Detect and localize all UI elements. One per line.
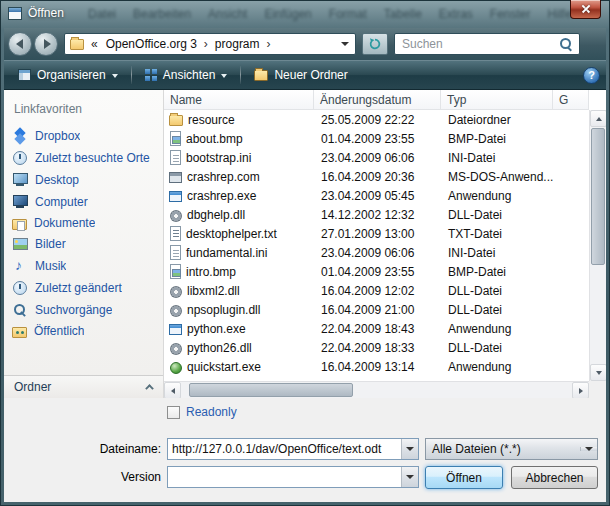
new-folder-icon	[254, 70, 268, 81]
sidebar-item[interactable]: Dokumente	[4, 213, 163, 233]
new-folder-button[interactable]: Neuer Ordner	[246, 64, 355, 86]
column-header[interactable]: Typ	[441, 90, 553, 109]
file-name: about.bmp	[186, 132, 243, 146]
file-row[interactable]: about.bmp 01.04.2009 23:55 BMP-Datei	[164, 129, 589, 148]
column-header[interactable]: Name	[164, 90, 314, 109]
sidebar-item[interactable]: Zuletzt besuchte Orte	[4, 147, 163, 169]
search-input[interactable]	[395, 34, 557, 54]
vertical-scroll-track[interactable]	[590, 127, 606, 364]
file-row[interactable]: python.exe 22.04.2009 18:43 Anwendung	[164, 319, 589, 338]
file-date: 01.04.2009 23:55	[314, 132, 441, 146]
horizontal-scroll-thumb[interactable]	[189, 383, 353, 397]
sidebar-item[interactable]: Musik	[4, 255, 163, 277]
organize-label: Organisieren	[37, 68, 106, 82]
filetype-dropdown-button[interactable]	[580, 447, 597, 451]
dialog-content: Linkfavoriten Dropbox Zuletzt besuchte O…	[4, 90, 606, 398]
breadcrumb-overflow[interactable]: «	[88, 37, 101, 51]
filetype-combobox[interactable]: Alle Dateien (*.*)	[425, 438, 598, 460]
file-type: BMP-Datei	[441, 132, 553, 146]
folder-icon	[70, 39, 84, 50]
file-name: resource	[188, 113, 235, 127]
scroll-left-button[interactable]	[164, 382, 181, 398]
sidebar-item[interactable]: Desktop	[4, 169, 163, 191]
back-button[interactable]	[8, 32, 32, 56]
breadcrumb-item[interactable]: OpenOffice.org 3	[101, 37, 202, 51]
scroll-up-button[interactable]	[590, 110, 606, 127]
breadcrumb-separator[interactable]: ›	[265, 37, 273, 51]
file-row[interactable]: quickstart.exe 16.04.2009 13:14 Anwendun…	[164, 357, 589, 376]
file-row[interactable]: crashrep.exe 23.04.2009 05:45 Anwendung	[164, 186, 589, 205]
sidebar-item[interactable]: Suchvorgänge	[4, 299, 163, 321]
file-type: Anwendung	[441, 189, 553, 203]
column-header[interactable]: Änderungsdatum	[314, 90, 441, 109]
sidebar-item[interactable]: Dropbox	[4, 125, 163, 147]
sidebar-item[interactable]: Zuletzt geändert	[4, 277, 163, 299]
file-row[interactable]: fundamental.ini 23.04.2009 06:06 INI-Dat…	[164, 243, 589, 262]
back-arrow-icon	[16, 39, 23, 49]
file-row[interactable]: resource 25.05.2009 22:22 Dateiordner	[164, 110, 589, 129]
file-row[interactable]: libxml2.dll 16.04.2009 12:02 DLL-Datei	[164, 281, 589, 300]
open-file-dialog: DateiBearbeitenAnsichtEinfügenFormatTabe…	[0, 0, 610, 506]
readonly-option[interactable]: Readonly	[167, 405, 237, 419]
readonly-checkbox[interactable]	[167, 406, 180, 419]
open-button[interactable]: Öffnen	[425, 466, 503, 489]
file-icon	[169, 324, 182, 335]
breadcrumb-items: OpenOffice.org 3›program›	[101, 37, 273, 51]
file-date: 23.04.2009 05:45	[314, 189, 441, 203]
close-button[interactable]	[570, 0, 601, 19]
forward-button[interactable]	[34, 32, 58, 56]
breadcrumb-item[interactable]: program	[210, 37, 265, 51]
breadcrumb[interactable]: « OpenOffice.org 3›program›	[64, 33, 356, 55]
horizontal-scrollbar[interactable]	[164, 381, 589, 398]
scroll-right-button[interactable]	[572, 382, 589, 398]
breadcrumb-dropdown[interactable]	[338, 42, 352, 46]
file-list-pane: NameÄnderungsdatumTypG resource 25.05.20…	[164, 90, 606, 398]
horizontal-scroll-track[interactable]	[181, 382, 572, 398]
sidebar-item[interactable]: Bilder	[4, 233, 163, 255]
sidebar-item[interactable]: Computer	[4, 191, 163, 213]
file-icon	[170, 305, 182, 317]
file-row[interactable]: dbghelp.dll 14.12.2002 12:32 DLL-Datei	[164, 205, 589, 224]
version-combobox[interactable]	[167, 466, 419, 488]
help-button[interactable]: ?	[583, 67, 600, 84]
column-header[interactable]: G	[553, 90, 589, 109]
file-name: npsoplugin.dll	[187, 303, 260, 317]
file-row[interactable]: intro.bmp 01.04.2009 23:55 BMP-Datei	[164, 262, 589, 281]
file-name-cell: python.exe	[164, 322, 314, 336]
organize-button[interactable]: Organisieren	[10, 64, 126, 86]
views-button[interactable]: Ansichten	[137, 64, 236, 86]
version-dropdown-button[interactable]	[401, 467, 418, 487]
sidebar-item-label: Dokumente	[34, 216, 95, 230]
version-input[interactable]	[168, 467, 401, 487]
file-type: DLL-Datei	[441, 208, 553, 222]
file-type: Anwendung	[441, 322, 553, 336]
folders-expander[interactable]: Ordner	[4, 375, 163, 398]
cancel-button[interactable]: Abbrechen	[511, 466, 598, 489]
filename-input[interactable]	[168, 439, 401, 459]
refresh-button[interactable]	[362, 33, 388, 55]
vertical-scrollbar[interactable]	[589, 110, 606, 381]
sidebar-item[interactable]: Öffentlich	[4, 321, 163, 341]
version-label: Version	[4, 470, 161, 484]
file-name: fundamental.ini	[186, 246, 267, 260]
chevron-up-icon	[145, 383, 153, 391]
sidebar-item-icon	[12, 150, 28, 166]
file-row[interactable]: python26.dll 22.04.2009 18:33 DLL-Datei	[164, 338, 589, 357]
file-name: desktophelper.txt	[186, 227, 277, 241]
scroll-down-button[interactable]	[590, 364, 606, 381]
file-name: intro.bmp	[186, 265, 236, 279]
file-row[interactable]: desktophelper.txt 27.01.2009 13:00 TXT-D…	[164, 224, 589, 243]
filename-dropdown-button[interactable]	[401, 439, 418, 459]
navigation-bar: « OpenOffice.org 3›program›	[4, 28, 606, 60]
vertical-scroll-thumb[interactable]	[591, 128, 605, 265]
file-row[interactable]: npsoplugin.dll 16.04.2009 21:00 DLL-Date…	[164, 300, 589, 319]
breadcrumb-separator[interactable]: ›	[202, 37, 210, 51]
file-row[interactable]: crashrep.com 16.04.2009 20:36 MS-DOS-Anw…	[164, 167, 589, 186]
titlebar[interactable]: DateiBearbeitenAnsichtEinfügenFormatTabe…	[0, 0, 610, 28]
file-row[interactable]: bootstrap.ini 23.04.2009 06:06 INI-Datei	[164, 148, 589, 167]
organize-icon	[18, 69, 31, 81]
views-label: Ansichten	[163, 68, 216, 82]
filetype-value: Alle Dateien (*.*)	[426, 442, 580, 456]
toolbar-separator	[131, 66, 132, 84]
file-name: bootstrap.ini	[186, 151, 251, 165]
